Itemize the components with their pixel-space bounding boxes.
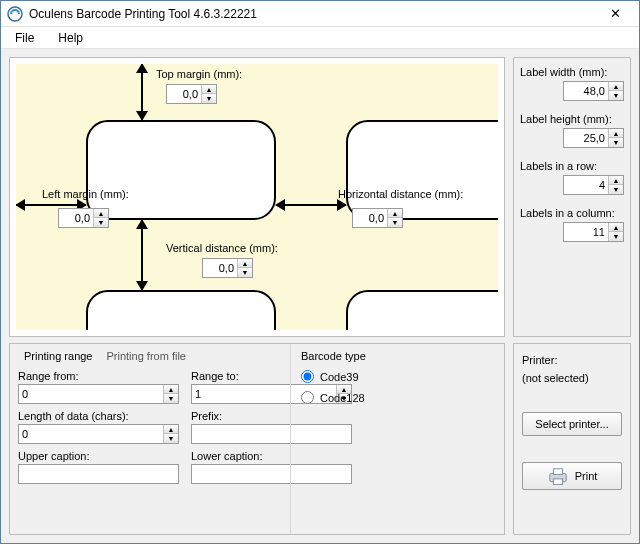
spin-up[interactable]: ▲ [94,209,108,218]
printer-panel: Printer: (not selected) Select printer..… [513,343,631,535]
barcode-group-label: Barcode type [301,350,494,362]
menu-file[interactable]: File [7,29,42,47]
svg-rect-2 [553,469,562,474]
labels-row-spinner[interactable]: ▲▼ [563,175,624,195]
titlebar: Oculens Barcode Printing Tool 4.6.3.2222… [1,1,639,27]
select-printer-button[interactable]: Select printer... [522,412,622,436]
length-spinner[interactable]: ▲▼ [18,424,179,444]
labels-col-input[interactable] [564,223,608,241]
arrow-top-margin [141,64,143,120]
horiz-dist-input[interactable] [353,209,387,227]
spin-down[interactable]: ▼ [94,218,108,227]
labels-row-label: Labels in a row: [520,160,624,172]
label-width-spinner[interactable]: ▲▼ [563,81,624,101]
bottom-left-panel: Printing range Printing from file Range … [9,343,505,535]
label-shape [346,120,498,220]
label-shape [86,120,276,220]
horiz-dist-spinner[interactable]: ▲▼ [352,208,403,228]
barcode-type-group: Barcode type Code39 Code128 [290,344,504,534]
menubar: File Help [1,27,639,49]
label-params-panel: Label width (mm): ▲▼ Label height (mm): … [513,57,631,337]
spin-up[interactable]: ▲ [388,209,402,218]
radio-code39-row[interactable]: Code39 [301,370,494,383]
printer-value: (not selected) [522,372,622,384]
spin-down[interactable]: ▼ [609,138,623,147]
length-input[interactable] [19,425,163,443]
radio-code128-row[interactable]: Code128 [301,391,494,404]
window-title: Oculens Barcode Printing Tool 4.6.3.2222… [29,7,598,21]
vert-dist-input[interactable] [203,259,237,277]
spin-up[interactable]: ▲ [609,176,623,185]
tab-printing-file[interactable]: Printing from file [101,348,192,364]
top-margin-input[interactable] [167,85,201,103]
top-margin-label: Top margin (mm): [156,68,242,80]
spin-down[interactable]: ▼ [164,394,178,403]
svg-rect-3 [553,479,562,484]
left-margin-spinner[interactable]: ▲▼ [58,208,109,228]
radio-code39[interactable] [301,370,314,383]
top-margin-spinner[interactable]: ▲▼ [166,84,217,104]
radio-code39-label: Code39 [320,371,359,383]
radio-code128[interactable] [301,391,314,404]
close-button[interactable]: ✕ [598,4,633,23]
spin-down[interactable]: ▼ [609,185,623,194]
spin-up[interactable]: ▲ [164,425,178,434]
spin-down[interactable]: ▼ [202,94,216,103]
label-shape [346,290,498,330]
spin-down[interactable]: ▼ [164,434,178,443]
print-button-label: Print [575,470,598,482]
upper-caption-label: Upper caption: [18,450,179,462]
horiz-dist-label: Horizontal distance (mm): [338,188,463,200]
spin-down[interactable]: ▼ [238,268,252,277]
printer-label: Printer: [522,354,622,366]
arrow-left-margin [16,204,86,206]
layout-preview: Top margin (mm): ▲▼ Left margin (mm): ▲▼ [9,57,505,337]
menu-help[interactable]: Help [50,29,91,47]
tab-printing-range[interactable]: Printing range [18,348,99,364]
label-height-label: Label height (mm): [520,113,624,125]
upper-caption-input[interactable] [18,464,179,484]
label-shape [86,290,276,330]
label-height-spinner[interactable]: ▲▼ [563,128,624,148]
spin-down[interactable]: ▼ [609,232,623,241]
range-from-label: Range from: [18,370,179,382]
spin-down[interactable]: ▼ [609,91,623,100]
tabs-header: Printing range Printing from file [18,348,282,364]
label-width-input[interactable] [564,82,608,100]
vert-dist-spinner[interactable]: ▲▼ [202,258,253,278]
label-height-input[interactable] [564,129,608,147]
range-from-spinner[interactable]: ▲▼ [18,384,179,404]
label-width-label: Label width (mm): [520,66,624,78]
spin-up[interactable]: ▲ [609,82,623,91]
length-label: Length of data (chars): [18,410,179,422]
spin-down[interactable]: ▼ [388,218,402,227]
printer-icon [547,467,569,485]
spin-up[interactable]: ▲ [164,385,178,394]
left-margin-label: Left margin (mm): [42,188,129,200]
arrow-horiz-dist [276,204,346,206]
labels-col-label: Labels in a column: [520,207,624,219]
vert-dist-label: Vertical distance (mm): [166,242,278,254]
spin-up[interactable]: ▲ [238,259,252,268]
radio-code128-label: Code128 [320,392,365,404]
app-icon [7,6,23,22]
app-window: Oculens Barcode Printing Tool 4.6.3.2222… [0,0,640,544]
print-button[interactable]: Print [522,462,622,490]
spin-up[interactable]: ▲ [202,85,216,94]
left-margin-input[interactable] [59,209,93,227]
arrow-vert-dist [141,220,143,290]
spin-up[interactable]: ▲ [609,129,623,138]
content-area: Top margin (mm): ▲▼ Left margin (mm): ▲▼ [1,49,639,543]
labels-col-spinner[interactable]: ▲▼ [563,222,624,242]
labels-row-input[interactable] [564,176,608,194]
spin-up[interactable]: ▲ [609,223,623,232]
range-from-input[interactable] [19,385,163,403]
